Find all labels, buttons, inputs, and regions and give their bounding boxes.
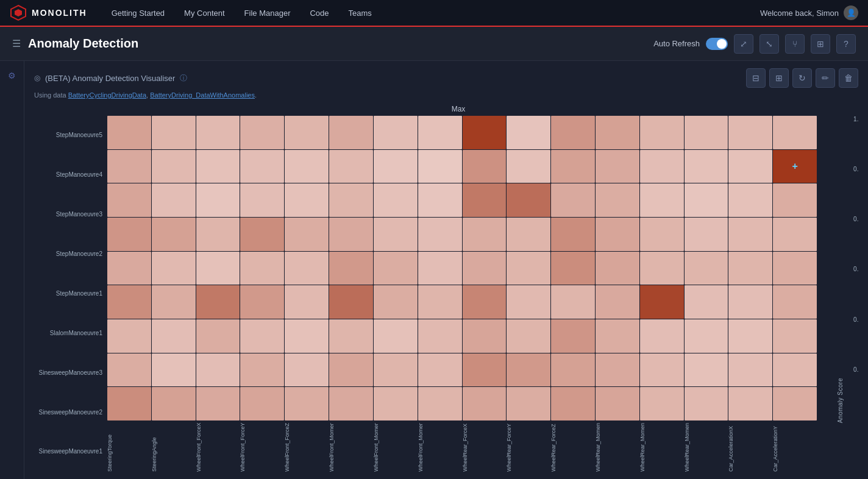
- widget-minimize-btn[interactable]: ⊟: [746, 68, 766, 88]
- heatmap-cell[interactable]: [285, 183, 329, 217]
- heatmap-cell[interactable]: [152, 285, 196, 319]
- heatmap-cell[interactable]: [596, 150, 639, 183]
- heatmap-cell[interactable]: [640, 116, 684, 149]
- heatmap-cell[interactable]: [551, 183, 595, 217]
- heatmap-cell[interactable]: [329, 319, 373, 353]
- heatmap-cell[interactable]: [374, 218, 418, 251]
- heatmap-cell[interactable]: [685, 252, 728, 285]
- heatmap-cell[interactable]: [685, 218, 728, 251]
- heatmap-cell[interactable]: [418, 353, 462, 387]
- heatmap-cell[interactable]: [240, 252, 284, 285]
- dataset-2-link[interactable]: BatteryDriving_DataWithAnomalies: [150, 91, 255, 99]
- heatmap-cell[interactable]: [773, 319, 817, 353]
- heatmap-cell[interactable]: [596, 116, 639, 149]
- heatmap-cell[interactable]: [418, 319, 462, 353]
- heatmap-cell[interactable]: [107, 319, 151, 353]
- heatmap-cell[interactable]: [152, 353, 196, 387]
- heatmap-cell[interactable]: [685, 150, 728, 183]
- heatmap-cell[interactable]: [240, 387, 284, 420]
- heatmap-cell[interactable]: [640, 387, 684, 420]
- heatmap-cell[interactable]: [285, 353, 329, 387]
- heatmap-cell[interactable]: [507, 218, 550, 251]
- heatmap-cell[interactable]: [728, 285, 772, 319]
- share-icon-btn[interactable]: ⑂: [785, 34, 805, 54]
- heatmap-cell[interactable]: [329, 116, 373, 149]
- heatmap-cell[interactable]: [596, 353, 639, 387]
- heatmap-cell[interactable]: [196, 252, 240, 285]
- heatmap-cell[interactable]: [728, 116, 772, 149]
- heatmap-cell[interactable]: [329, 353, 373, 387]
- heatmap-cell[interactable]: [374, 353, 418, 387]
- heatmap-cell[interactable]: [107, 218, 151, 251]
- heatmap-cell[interactable]: [507, 387, 550, 420]
- heatmap-cell[interactable]: [728, 150, 772, 183]
- heatmap-cell[interactable]: [596, 319, 639, 353]
- heatmap-cell[interactable]: [773, 387, 817, 420]
- sidebar-settings-icon[interactable]: ⚙: [8, 71, 16, 80]
- heatmap-cell[interactable]: [463, 252, 507, 285]
- heatmap-cell[interactable]: [551, 353, 595, 387]
- heatmap-cell[interactable]: [196, 150, 240, 183]
- heatmap-cell[interactable]: [685, 183, 728, 217]
- expand-icon-btn[interactable]: ⤢: [734, 34, 753, 54]
- heatmap-cell[interactable]: [728, 183, 772, 217]
- heatmap-cell[interactable]: [285, 319, 329, 353]
- heatmap-cell[interactable]: [418, 116, 462, 149]
- heatmap-cell[interactable]: [773, 183, 817, 217]
- heatmap-cell[interactable]: [152, 319, 196, 353]
- heatmap-cell[interactable]: [773, 353, 817, 387]
- heatmap-cell[interactable]: [196, 218, 240, 251]
- heatmap-cell[interactable]: [463, 319, 507, 353]
- heatmap-cell[interactable]: [196, 285, 240, 319]
- compress-icon-btn[interactable]: ⤡: [760, 34, 779, 54]
- heatmap-cell[interactable]: [196, 319, 240, 353]
- heatmap-cell[interactable]: [463, 183, 507, 217]
- heatmap-cell[interactable]: [240, 285, 284, 319]
- heatmap-cell[interactable]: [551, 218, 595, 251]
- heatmap-cell[interactable]: [551, 319, 595, 353]
- heatmap-cell[interactable]: [551, 387, 595, 420]
- heatmap-cell[interactable]: [596, 285, 639, 319]
- heatmap-cell[interactable]: [507, 252, 550, 285]
- heatmap-cell[interactable]: [107, 116, 151, 149]
- heatmap-cell[interactable]: [285, 387, 329, 420]
- heatmap-cell[interactable]: [463, 150, 507, 183]
- heatmap-cell[interactable]: [107, 285, 151, 319]
- nav-code[interactable]: Code: [310, 9, 329, 18]
- heatmap-cell[interactable]: [196, 116, 240, 149]
- heatmap-cell[interactable]: [773, 285, 817, 319]
- heatmap-cell[interactable]: [463, 353, 507, 387]
- heatmap-cell[interactable]: [196, 387, 240, 420]
- heatmap-cell[interactable]: [640, 319, 684, 353]
- heatmap-cell[interactable]: [240, 183, 284, 217]
- heatmap-cell[interactable]: [107, 353, 151, 387]
- heatmap-cell[interactable]: [329, 183, 373, 217]
- heatmap-cell[interactable]: [418, 252, 462, 285]
- heatmap-cell[interactable]: [418, 183, 462, 217]
- heatmap-cell[interactable]: [418, 150, 462, 183]
- heatmap-cell[interactable]: [463, 387, 507, 420]
- heatmap-cell[interactable]: [107, 150, 151, 183]
- heatmap-cell[interactable]: [329, 150, 373, 183]
- heatmap-cell[interactable]: [463, 218, 507, 251]
- heatmap-cell[interactable]: [240, 218, 284, 251]
- heatmap-cell[interactable]: [107, 252, 151, 285]
- widget-edit-btn[interactable]: ✏: [816, 68, 835, 88]
- heatmap-cell[interactable]: [152, 183, 196, 217]
- heatmap-cell[interactable]: [374, 319, 418, 353]
- nav-getting-started[interactable]: Getting Started: [112, 9, 165, 18]
- heatmap-cell[interactable]: [773, 252, 817, 285]
- heatmap-cell[interactable]: [463, 116, 507, 149]
- heatmap-cell[interactable]: [640, 285, 684, 319]
- heatmap-cell[interactable]: [640, 252, 684, 285]
- heatmap-cell[interactable]: [551, 285, 595, 319]
- heatmap-cell[interactable]: [596, 252, 639, 285]
- widget-delete-btn[interactable]: 🗑: [839, 68, 858, 88]
- heatmap-cell[interactable]: [285, 116, 329, 149]
- nav-file-manager[interactable]: File Manager: [244, 9, 291, 18]
- heatmap-cell[interactable]: [418, 387, 462, 420]
- heatmap-cell[interactable]: [329, 285, 373, 319]
- heatmap-cell[interactable]: [507, 353, 550, 387]
- heatmap-cell[interactable]: [773, 218, 817, 251]
- user-avatar[interactable]: 👤: [844, 5, 858, 20]
